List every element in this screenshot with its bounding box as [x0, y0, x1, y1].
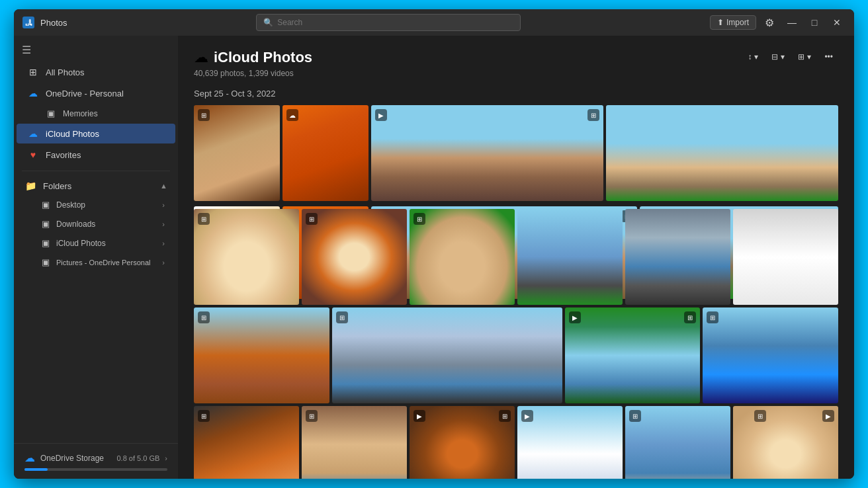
filter-chevron: ▾	[781, 52, 785, 61]
photo-item[interactable]: ⊞	[194, 209, 299, 305]
downloads-icon: ▣	[40, 219, 51, 229]
photo-badge: ⊞	[707, 311, 718, 323]
maximize-button[interactable]: □	[805, 13, 824, 32]
photo-item[interactable]: ⊞	[194, 406, 299, 479]
photo-badge-video3: ▶	[569, 311, 581, 323]
photo-badge: ☁	[286, 109, 298, 121]
content-header: ☁ iCloud Photos 40,639 photos, 1,399 vid…	[194, 49, 838, 78]
storage-value: 0.8 of 5.0 GB	[117, 454, 160, 462]
search-box[interactable]: 🔍	[256, 14, 521, 31]
import-button[interactable]: ⬆ Import	[710, 15, 756, 30]
titlebar-actions: ⬆ Import ⚙ — □ ✕	[710, 13, 846, 32]
photo-item[interactable]: ☁	[282, 105, 369, 201]
pictures-icon: ▣	[40, 257, 51, 267]
photo-item[interactable]: ⊞	[332, 307, 562, 403]
date-range-label: Sept 25 - Oct 3, 2022	[194, 89, 838, 99]
icloud-icon: ☁	[27, 128, 39, 139]
folder-icon: 📁	[24, 181, 36, 191]
chevron-right-icon: ›	[162, 201, 165, 209]
sidebar-item-all-photos[interactable]: ⊞ All Photos	[17, 62, 175, 82]
sidebar-item-icloud-folder[interactable]: ▣ iCloud Photos ›	[17, 234, 175, 252]
sidebar-item-onedrive[interactable]: ☁ OneDrive - Personal	[17, 83, 175, 103]
photo-item[interactable]	[606, 105, 838, 201]
sidebar-item-desktop[interactable]: ▣ Desktop ›	[17, 196, 175, 214]
sidebar-bottom: ☁ OneDrive Storage 0.8 of 5.0 GB ›	[14, 443, 178, 479]
sidebar-item-downloads[interactable]: ▣ Downloads ›	[17, 215, 175, 233]
photo-item[interactable]: ▶ ⊞	[410, 406, 515, 479]
photo-item[interactable]: ⊞	[194, 105, 280, 201]
main-layout: ☰ ⊞ All Photos ☁ OneDrive - Personal ▣ M…	[14, 36, 854, 479]
photo-item[interactable]	[517, 209, 623, 305]
app-window: 🏞 Photos 🔍 ⬆ Import ⚙ — □ ✕ ☰ ⊞	[14, 9, 854, 479]
icloud-folder-icon: ▣	[40, 238, 51, 248]
sidebar: ☰ ⊞ All Photos ☁ OneDrive - Personal ▣ M…	[14, 36, 178, 479]
title-row: ☁ iCloud Photos	[194, 49, 312, 66]
title-block: ☁ iCloud Photos 40,639 photos, 1,399 vid…	[194, 49, 312, 78]
photo-row-3: ⊞ ⊞ ▶ ⊞ ⊞	[194, 307, 838, 403]
sidebar-item-pictures-onedrive[interactable]: ▣ Pictures - OneDrive Personal ›	[17, 253, 175, 271]
sidebar-item-icloud[interactable]: ☁ iCloud Photos	[17, 124, 175, 143]
sort-button[interactable]: ↕ ▾	[742, 49, 763, 65]
search-input[interactable]	[277, 18, 513, 27]
view-icon: ⊞	[798, 52, 804, 61]
photo-badge-video: ▶	[375, 109, 387, 121]
photo-badge-cloud3: ⊞	[684, 311, 696, 323]
photo-item[interactable]: ⊞	[625, 406, 730, 479]
app-logo: 🏞	[22, 16, 35, 29]
ellipsis-icon: •••	[824, 52, 833, 61]
onedrive-storage-label: OneDrive Storage	[40, 454, 112, 463]
sort-icon: ↕	[748, 52, 752, 61]
view-button[interactable]: ⊞ ▾	[793, 49, 816, 65]
settings-button[interactable]: ⚙	[760, 13, 779, 32]
memories-icon: ▣	[46, 108, 56, 118]
photo-item[interactable]: ▶ ⊞	[371, 105, 603, 201]
photo-item[interactable]: ▶ ⊞	[565, 307, 701, 403]
onedrive-storage-icon: ☁	[24, 452, 35, 464]
photo-badge: ⊞	[306, 213, 318, 225]
photo-badge-video4: ▶	[413, 410, 425, 422]
minimize-button[interactable]: —	[783, 13, 801, 32]
photo-badge: ⊞	[413, 213, 425, 225]
photo-badge-cloud5: ▶	[822, 410, 834, 422]
photo-item[interactable]: ⊞	[302, 406, 407, 479]
sidebar-item-memories[interactable]: ▣ Memories	[17, 104, 175, 122]
view-chevron: ▾	[807, 52, 811, 61]
filter-button[interactable]: ⊟ ▾	[766, 49, 790, 65]
photo-badge: ⊞	[198, 311, 210, 323]
photo-item[interactable]	[733, 209, 838, 305]
import-icon: ⬆	[717, 18, 724, 27]
page-title: iCloud Photos	[214, 49, 312, 66]
photo-row-1: ⊞ ☁ ▶ ⊞	[194, 105, 838, 201]
grid-icon: ⊞	[27, 67, 39, 77]
folders-row: 📁 Folders ▲	[14, 177, 178, 195]
hamburger-menu[interactable]: ☰	[14, 41, 178, 61]
storage-bar-track	[24, 468, 167, 471]
chevron-up-icon: ▲	[160, 182, 167, 190]
more-button[interactable]: •••	[819, 49, 838, 65]
icloud-emoji: ☁	[194, 49, 208, 66]
close-button[interactable]: ✕	[828, 13, 846, 32]
onedrive-icon: ☁	[27, 88, 39, 99]
filter-icon: ⊟	[771, 52, 778, 61]
photo-item[interactable]: ▶	[517, 406, 623, 479]
photo-item[interactable]: ⊞	[703, 307, 838, 403]
storage-bar-container	[24, 468, 167, 471]
photo-badge: ⊞	[306, 410, 318, 422]
heart-icon: ♥	[27, 149, 39, 160]
photo-row-4: ⊞ ⊞ ▶ ⊞ ▶ ⊞ ▶ ⊞	[194, 406, 838, 479]
photo-badge-cloud: ⊞	[587, 109, 599, 121]
desktop-icon: ▣	[40, 200, 51, 210]
search-container: 🔍	[72, 14, 705, 31]
photo-badge: ⊞	[198, 410, 210, 422]
photo-item[interactable]: ⊞	[302, 209, 407, 305]
sidebar-item-favorites[interactable]: ♥ Favorites	[17, 145, 175, 165]
chevron-right-icon4: ›	[162, 259, 165, 266]
photo-badge: ⊞	[198, 213, 210, 225]
photo-item[interactable]: ▶ ⊞	[733, 406, 838, 479]
photo-item[interactable]: ⊞	[410, 209, 515, 305]
photo-item[interactable]: ⊞	[194, 307, 329, 403]
sort-chevron: ▾	[754, 52, 758, 61]
storage-chevron: ›	[165, 454, 167, 462]
onedrive-storage[interactable]: ☁ OneDrive Storage 0.8 of 5.0 GB ›	[24, 452, 167, 464]
photo-item[interactable]	[625, 209, 730, 305]
